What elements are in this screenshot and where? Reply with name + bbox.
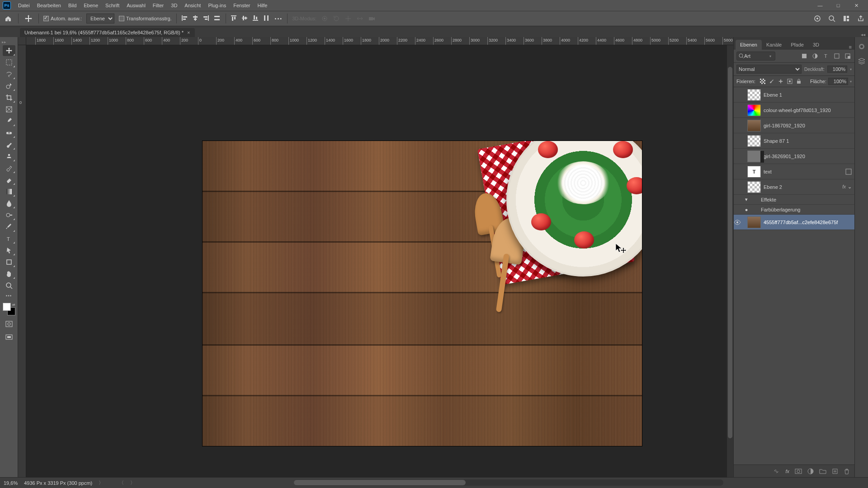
panel-menu-icon[interactable]: ≡ xyxy=(849,44,852,50)
tab-channels[interactable]: Kanäle xyxy=(762,40,786,50)
menu-bearbeiten[interactable]: Bearbeiten xyxy=(33,0,65,11)
type-tool[interactable]: T xyxy=(3,233,15,244)
link-layers-icon[interactable] xyxy=(773,468,780,474)
effect-toggle-icon[interactable]: ▾ xyxy=(743,197,750,202)
swap-colors-icon[interactable]: ⇄ xyxy=(12,303,15,307)
zoom-level[interactable]: 19,6% xyxy=(4,480,18,486)
menu-hilfe[interactable]: Hilfe xyxy=(254,0,271,11)
layer-filter-input[interactable] xyxy=(744,53,769,59)
tab-paths[interactable]: Pfade xyxy=(786,40,808,50)
foreground-color-swatch[interactable] xyxy=(3,303,11,311)
collapse-panels-icon[interactable]: ◂◂ xyxy=(861,32,865,37)
menu-plug-ins[interactable]: Plug-ins xyxy=(204,0,230,11)
layer-name[interactable]: colour-wheel-gbf78d013_1920 xyxy=(764,108,852,113)
align-bottom-icon[interactable] xyxy=(252,15,259,22)
show-transform-controls-checkbox[interactable]: Transformationsstrg. xyxy=(119,16,171,21)
auto-select-checkbox[interactable]: Autom. ausw.: xyxy=(43,16,82,21)
align-right-icon[interactable] xyxy=(203,15,210,22)
toolbox-collapse-icon[interactable]: ▸▸ xyxy=(0,40,6,44)
history-brush-tool[interactable] xyxy=(3,163,15,174)
layer-name[interactable]: Ebene 2 xyxy=(764,184,840,190)
menu-fenster[interactable]: Fenster xyxy=(230,0,254,11)
vertical-scrollbar[interactable] xyxy=(727,45,733,477)
hand-tool[interactable] xyxy=(3,268,15,279)
delete-layer-icon[interactable] xyxy=(844,468,850,474)
frame-tool[interactable] xyxy=(3,104,15,115)
lock-position-icon[interactable] xyxy=(778,79,783,84)
align-left-icon[interactable] xyxy=(181,15,189,22)
layer-list[interactable]: Ebene 1colour-wheel-gbf78d013_1920girl-1… xyxy=(734,87,854,465)
layer-name[interactable]: girl-3626901_1920 xyxy=(764,154,852,159)
path-select-tool[interactable] xyxy=(3,245,15,256)
layer-effect-row[interactable]: ●Farbüberlagerung xyxy=(734,205,854,215)
move-tool[interactable] xyxy=(3,45,15,56)
lock-all-icon[interactable] xyxy=(796,79,802,84)
filter-adjustment-icon[interactable] xyxy=(812,53,819,59)
layer-style-icon[interactable]: fx xyxy=(785,469,789,474)
layer-row[interactable]: Ebene 2fx⌄ xyxy=(734,179,854,195)
close-tab-icon[interactable]: × xyxy=(187,30,190,35)
adjustment-layer-icon[interactable] xyxy=(807,468,814,474)
vertical-ruler[interactable]: 0 xyxy=(18,45,26,477)
clone-stamp-tool[interactable] xyxy=(3,151,15,162)
document-tab[interactable]: Unbenannt-1 bei 19,6% (4555ff777db5af116… xyxy=(20,28,195,37)
menu-bild[interactable]: Bild xyxy=(65,0,80,11)
menu-ansicht[interactable]: Ansicht xyxy=(181,0,204,11)
dodge-tool[interactable] xyxy=(3,210,15,221)
document-canvas[interactable] xyxy=(203,141,642,446)
doc-info-dropdown-icon[interactable]: 〉 xyxy=(99,479,104,486)
next-doc-icon[interactable]: 〉 xyxy=(130,479,135,486)
horizontal-ruler[interactable]: 1800160014001200100080060040020002004006… xyxy=(26,37,733,45)
menu-filter[interactable]: Filter xyxy=(149,0,167,11)
prev-doc-icon[interactable]: 〈 xyxy=(119,479,124,486)
layer-row[interactable]: 4555ff777db5af...c2efe8428e675f xyxy=(734,215,854,230)
workspace-icon[interactable] xyxy=(842,14,851,23)
lock-transparent-icon[interactable] xyxy=(760,79,765,84)
lasso-tool[interactable] xyxy=(3,69,15,80)
shape-tool[interactable] xyxy=(3,257,15,267)
visibility-toggle[interactable] xyxy=(734,220,745,225)
align-middle-icon[interactable] xyxy=(241,15,249,22)
layer-name[interactable]: 4555ff777db5af...c2efe8428e675f xyxy=(764,220,852,225)
quick-mask-icon[interactable] xyxy=(3,319,15,329)
layer-name[interactable]: Shape 87 1 xyxy=(764,138,852,144)
new-layer-icon[interactable] xyxy=(832,468,838,474)
distribute-more-icon[interactable] xyxy=(263,15,270,22)
share-icon[interactable] xyxy=(856,14,865,23)
eraser-tool[interactable] xyxy=(3,174,15,185)
lock-artboard-icon[interactable] xyxy=(787,79,793,84)
color-swatches[interactable]: ⇄ xyxy=(3,303,15,315)
document-dimensions[interactable]: 4936 Px x 3319 Px (300 ppcm) xyxy=(24,480,92,486)
crop-tool[interactable] xyxy=(3,92,15,103)
close-button[interactable]: ✕ xyxy=(847,0,865,11)
blur-tool[interactable] xyxy=(3,198,15,209)
cloud-docs-icon[interactable] xyxy=(813,14,822,23)
screen-mode-icon[interactable] xyxy=(3,333,15,343)
tab-3d[interactable]: 3D xyxy=(808,40,824,50)
layer-row[interactable]: girl-3626901_1920 xyxy=(734,149,854,164)
more-options-icon[interactable]: ••• xyxy=(275,16,283,21)
filter-pixel-icon[interactable] xyxy=(801,53,808,59)
layer-name[interactable]: Ebene 1 xyxy=(764,92,852,98)
brush-tool[interactable] xyxy=(3,139,15,150)
layers-panel-icon[interactable] xyxy=(858,57,866,65)
menu-ebene[interactable]: Ebene xyxy=(80,0,102,11)
opacity-value[interactable]: 100% xyxy=(827,66,847,73)
ruler-origin[interactable] xyxy=(18,37,26,45)
quick-select-tool[interactable] xyxy=(3,80,15,91)
layer-mask-icon[interactable] xyxy=(795,468,802,474)
lock-pixels-icon[interactable] xyxy=(769,79,774,84)
layer-row[interactable]: Ttext xyxy=(734,164,854,179)
blend-mode-dropdown[interactable]: Normal xyxy=(736,65,802,74)
auto-select-target-dropdown[interactable]: Ebene xyxy=(86,14,114,23)
layer-fx-badge[interactable]: fx xyxy=(840,184,848,189)
zoom-tool[interactable] xyxy=(3,280,15,291)
layer-effect-row[interactable]: ▾Effekte xyxy=(734,195,854,205)
gradient-tool[interactable] xyxy=(3,186,15,197)
align-top-icon[interactable] xyxy=(231,15,238,22)
tab-layers[interactable]: Ebenen xyxy=(736,40,762,50)
menu-auswahl[interactable]: Auswahl xyxy=(123,0,149,11)
align-more-icon[interactable] xyxy=(214,15,221,22)
edit-toolbar-icon[interactable]: ••• xyxy=(6,292,12,300)
menu-schrift[interactable]: Schrift xyxy=(102,0,123,11)
